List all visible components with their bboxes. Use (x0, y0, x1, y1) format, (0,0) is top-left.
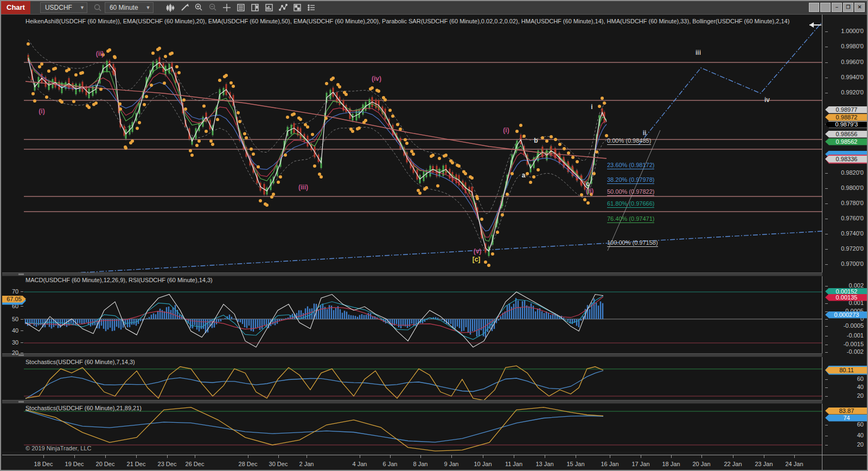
macd-axis-tick-label: -0.0005 (844, 322, 864, 329)
date-axis-tick-label: 22 Jan (724, 461, 742, 467)
date-axis-tick-label: 20 Dec (96, 461, 115, 467)
rsi-axis-tick-label: 40 (12, 327, 18, 334)
stoch-fast-value-tag: 80.11 (825, 367, 868, 374)
properties-icon[interactable] (305, 3, 317, 12)
chart-tab[interactable]: Chart (1, 1, 30, 14)
minimize-button[interactable]: – (832, 3, 842, 12)
crosshair-icon[interactable] (221, 3, 233, 12)
price-axis-tick-mark (825, 249, 828, 250)
wave-label: iv (764, 96, 770, 104)
draw-icon[interactable] (178, 3, 190, 12)
price-tag: 0.98562 (825, 138, 868, 145)
date-axis-tick-label: 21 Dec (127, 461, 146, 467)
rsi-axis-tick-mark (21, 306, 23, 307)
window-controls: –❐✕ (809, 3, 865, 12)
date-axis-tick-mark (794, 455, 795, 458)
stoch-fast-axis-tick-label: 40 (857, 384, 864, 390)
date-axis-tick-mark (74, 455, 75, 458)
wave-label: (v) (474, 247, 482, 255)
date-axis-tick-label: 18 Dec (34, 461, 53, 467)
price-axis-tick-mark (825, 93, 828, 93)
wave-label: (ii) (586, 187, 594, 195)
panel-splitter-1[interactable] (2, 272, 822, 276)
rsi-axis-tick-mark (21, 353, 23, 353)
stoch-slow-value-tag: 83.87 (825, 408, 868, 415)
rsi-axis-tick-mark (21, 342, 23, 343)
stoch-slow-axis-tick-mark (825, 445, 828, 445)
price-axis-tick-mark (825, 62, 828, 63)
interval-selector[interactable]: 60 Minute ▼ (105, 2, 154, 13)
price-axis-tick-label: 0.9920'0 (841, 89, 864, 96)
toolbar-icons (163, 3, 318, 12)
close-button[interactable]: ✕ (854, 3, 865, 12)
stoch-fast-axis-tick-mark (825, 396, 828, 397)
instrument-search-icon[interactable] (92, 3, 104, 12)
wave-label: i (591, 103, 592, 111)
wave-label: b (534, 137, 538, 144)
date-axis-tick-mark (278, 455, 279, 458)
date-axis-tick-label: 10 Jan (474, 461, 492, 467)
wave-label: (iii) (298, 183, 308, 191)
price-axis-tick-mark (825, 78, 828, 78)
rsi-axis-tick-mark (21, 330, 23, 331)
macd-axis-tick-mark (825, 345, 828, 345)
chart-trader-icon[interactable] (249, 3, 261, 12)
date-axis-tick-mark (701, 455, 702, 458)
stoch-fast-axis-tick-label: 60 (857, 375, 864, 382)
macd-axis-tick-label: -0.001 (847, 332, 864, 339)
macd-axis-tick-label: 0.002 (848, 282, 864, 289)
price-axis-tick-label: 0.9940'0 (841, 74, 864, 80)
instrument-selector[interactable]: USDCHF ▼ (40, 2, 87, 13)
zoom-out-icon[interactable] (207, 3, 219, 12)
price-axis-tick-label: 0.9960'0 (841, 59, 864, 65)
price-panel-indicator-label: HeikenAshi8(USDCHF (60 Minute)), EMA(USD… (25, 18, 789, 24)
wave-label: a (522, 171, 526, 179)
chart-style-icon[interactable] (164, 3, 176, 12)
price-axis-tick-label: 0.9720'0 (841, 245, 864, 252)
wave-label: ii (643, 129, 647, 137)
price-axis[interactable] (822, 15, 867, 470)
wave-label: (i) (39, 107, 44, 115)
price-tag: 0.9879'3 (825, 121, 868, 128)
strategies-icon[interactable] (291, 3, 303, 12)
panel-splitter-2[interactable] (2, 353, 822, 357)
drawing-tools-icon[interactable] (277, 3, 289, 12)
date-axis-tick-mark (545, 455, 545, 458)
date-axis-tick-mark (610, 455, 610, 458)
date-axis-tick-mark (483, 455, 483, 458)
price-axis-tick-label: 0.9700'0 (841, 260, 864, 267)
wave-label: iii (695, 49, 701, 56)
data-series-icon[interactable] (235, 3, 247, 12)
stoch-fast-axis-tick-mark (825, 379, 828, 380)
date-axis-tick-mark (764, 455, 764, 458)
macd-axis-tick-mark (825, 311, 828, 312)
chevron-down-icon: ▼ (80, 3, 85, 12)
window-button-b[interactable] (820, 3, 831, 12)
zoom-in-icon[interactable] (193, 3, 205, 12)
date-axis-tick-label: 20 Jan (692, 461, 710, 467)
indicators-icon[interactable] (263, 3, 275, 12)
panel-splitter-3[interactable] (2, 400, 822, 404)
macd-value-tag: 0.000273 (825, 311, 868, 319)
date-axis-tick-label: 17 Jan (631, 461, 649, 467)
date-axis-tick-label: 19 Dec (65, 461, 84, 467)
wave-label: (ii) (96, 50, 104, 58)
rsi-axis-tick-label: 20 (12, 349, 18, 356)
price-tag: 0.98336 (825, 156, 868, 163)
restore-button[interactable]: ❐ (843, 3, 853, 12)
date-axis-tick-mark (360, 455, 360, 458)
window-button-a[interactable] (809, 3, 819, 12)
date-axis-tick-label: 4 Jan (353, 461, 367, 467)
rsi-value-tag: 67.05 (2, 296, 26, 303)
toolbar: Chart USDCHF ▼ 60 Minute ▼ –❐✕ (1, 1, 867, 15)
stoch-slow-axis-tick-mark (825, 436, 828, 436)
price-tag: 0.98977 (825, 106, 868, 113)
price-axis-tick-label: 0.9780'0 (841, 200, 864, 206)
macd-axis-tick-mark (825, 319, 828, 320)
price-axis-tick-label: 0.9820'0 (841, 169, 864, 176)
fib-level-label: 0.00% (0.98485) (607, 137, 651, 145)
macd-axis-tick-mark (825, 352, 828, 353)
stoch-fast-axis-tick-label: 20 (857, 392, 864, 399)
rsi-axis-tick-label: 30 (12, 339, 18, 346)
date-axis-line (2, 455, 867, 455)
